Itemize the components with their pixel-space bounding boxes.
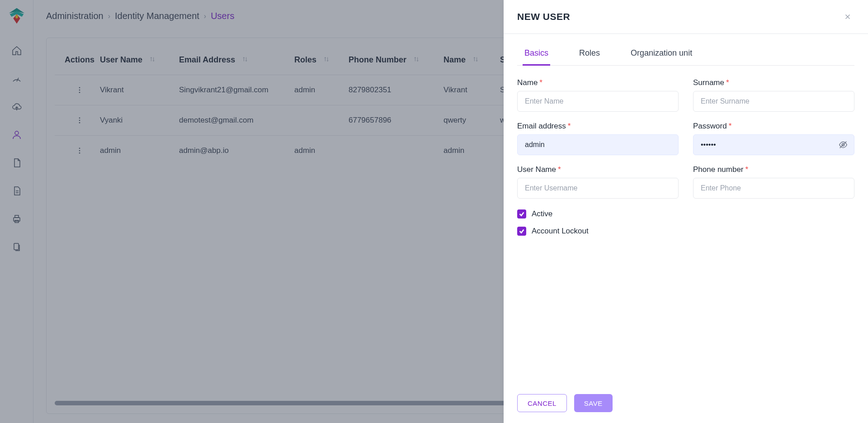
tab-roles[interactable]: Roles (577, 45, 602, 66)
field-password: Password* (693, 122, 854, 155)
label-phone: Phone number* (693, 165, 854, 174)
drawer-body: Basics Roles Organization unit Name* Sur… (504, 34, 868, 386)
eye-off-icon[interactable] (837, 139, 849, 151)
label-surname: Surname* (693, 78, 854, 87)
password-input[interactable] (693, 134, 854, 155)
field-username: User Name* (517, 165, 679, 199)
email-input[interactable] (517, 134, 679, 155)
label-password: Password* (693, 122, 854, 131)
close-icon[interactable] (841, 10, 854, 24)
form-grid: Name* Surname* Email address* Password* (517, 78, 854, 199)
label-active: Active (532, 209, 552, 219)
label-email: Email address* (517, 122, 679, 131)
new-user-drawer: NEW USER Basics Roles Organization unit … (504, 0, 868, 423)
field-email: Email address* (517, 122, 679, 155)
tab-basics[interactable]: Basics (523, 45, 550, 66)
label-username: User Name* (517, 165, 679, 174)
username-input[interactable] (517, 178, 679, 199)
drawer-title: NEW USER (517, 11, 570, 22)
checkbox-active-row: Active (517, 209, 854, 219)
tabs: Basics Roles Organization unit (517, 45, 854, 66)
phone-input[interactable] (693, 178, 854, 199)
label-name: Name* (517, 78, 679, 87)
label-lockout: Account Lockout (532, 227, 589, 236)
surname-input[interactable] (693, 91, 854, 112)
svg-line-16 (840, 142, 847, 148)
drawer-header: NEW USER (504, 0, 868, 34)
checkbox-active[interactable] (517, 209, 526, 219)
cancel-button[interactable]: CANCEL (517, 394, 567, 412)
drawer-footer: CANCEL SAVE (504, 386, 868, 423)
checkbox-lockout-row: Account Lockout (517, 227, 854, 236)
field-phone: Phone number* (693, 165, 854, 199)
tab-org-unit[interactable]: Organization unit (629, 45, 694, 66)
field-surname: Surname* (693, 78, 854, 112)
name-input[interactable] (517, 91, 679, 112)
checkbox-lockout[interactable] (517, 227, 526, 236)
save-button[interactable]: SAVE (574, 394, 613, 412)
field-name: Name* (517, 78, 679, 112)
